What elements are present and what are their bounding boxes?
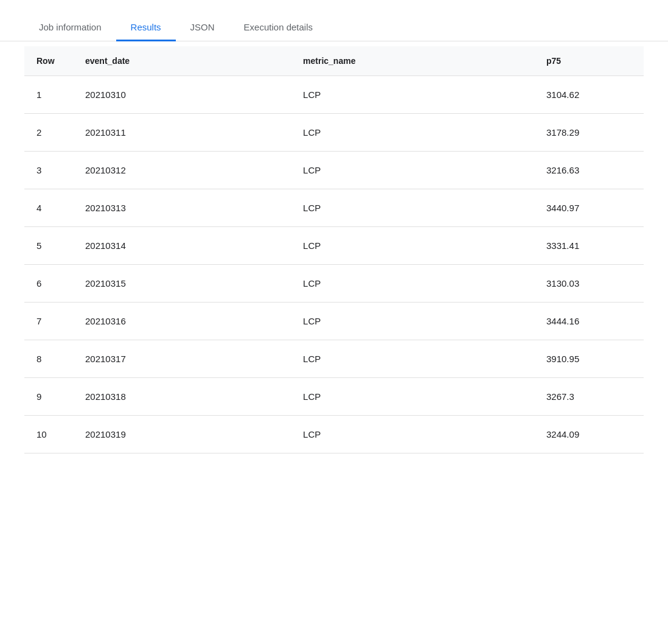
cell-metric_name: LCP bbox=[291, 340, 534, 378]
cell-event_date: 20210311 bbox=[73, 114, 291, 152]
cell-p75: 3444.16 bbox=[534, 303, 644, 340]
table-row: 920210318LCP3267.3 bbox=[24, 378, 644, 416]
cell-metric_name: LCP bbox=[291, 114, 534, 152]
cell-row: 8 bbox=[24, 340, 73, 378]
results-table-container: Rowevent_datemetric_namep75 120210310LCP… bbox=[0, 46, 668, 453]
cell-event_date: 20210315 bbox=[73, 265, 291, 303]
table-row: 720210316LCP3444.16 bbox=[24, 303, 644, 340]
tabs-bar: Job informationResultsJSONExecution deta… bbox=[0, 0, 668, 41]
cell-p75: 3216.63 bbox=[534, 152, 644, 189]
cell-p75: 3331.41 bbox=[534, 227, 644, 265]
cell-p75: 3910.95 bbox=[534, 340, 644, 378]
cell-event_date: 20210318 bbox=[73, 378, 291, 416]
cell-row: 10 bbox=[24, 416, 73, 453]
cell-p75: 3244.09 bbox=[534, 416, 644, 453]
col-header-metric_name: metric_name bbox=[291, 46, 534, 76]
table-row: 120210310LCP3104.62 bbox=[24, 76, 644, 114]
cell-row: 5 bbox=[24, 227, 73, 265]
cell-row: 6 bbox=[24, 265, 73, 303]
cell-p75: 3130.03 bbox=[534, 265, 644, 303]
cell-metric_name: LCP bbox=[291, 189, 534, 227]
cell-row: 3 bbox=[24, 152, 73, 189]
cell-metric_name: LCP bbox=[291, 152, 534, 189]
cell-metric_name: LCP bbox=[291, 378, 534, 416]
col-header-event_date: event_date bbox=[73, 46, 291, 76]
cell-metric_name: LCP bbox=[291, 227, 534, 265]
cell-row: 7 bbox=[24, 303, 73, 340]
results-table: Rowevent_datemetric_namep75 120210310LCP… bbox=[24, 46, 644, 453]
cell-event_date: 20210312 bbox=[73, 152, 291, 189]
table-row: 520210314LCP3331.41 bbox=[24, 227, 644, 265]
table-header: Rowevent_datemetric_namep75 bbox=[24, 46, 644, 76]
cell-event_date: 20210317 bbox=[73, 340, 291, 378]
cell-p75: 3440.97 bbox=[534, 189, 644, 227]
table-row: 220210311LCP3178.29 bbox=[24, 114, 644, 152]
cell-metric_name: LCP bbox=[291, 76, 534, 114]
header-row: Rowevent_datemetric_namep75 bbox=[24, 46, 644, 76]
cell-row: 4 bbox=[24, 189, 73, 227]
cell-row: 2 bbox=[24, 114, 73, 152]
table-row: 1020210319LCP3244.09 bbox=[24, 416, 644, 453]
col-header-p75: p75 bbox=[534, 46, 644, 76]
tab-json[interactable]: JSON bbox=[176, 15, 229, 41]
table-row: 820210317LCP3910.95 bbox=[24, 340, 644, 378]
cell-event_date: 20210316 bbox=[73, 303, 291, 340]
table-row: 320210312LCP3216.63 bbox=[24, 152, 644, 189]
cell-row: 1 bbox=[24, 76, 73, 114]
cell-row: 9 bbox=[24, 378, 73, 416]
col-header-row: Row bbox=[24, 46, 73, 76]
table-body: 120210310LCP3104.62220210311LCP3178.2932… bbox=[24, 76, 644, 453]
cell-event_date: 20210310 bbox=[73, 76, 291, 114]
table-row: 620210315LCP3130.03 bbox=[24, 265, 644, 303]
tab-results[interactable]: Results bbox=[116, 15, 176, 41]
cell-metric_name: LCP bbox=[291, 303, 534, 340]
cell-p75: 3178.29 bbox=[534, 114, 644, 152]
cell-metric_name: LCP bbox=[291, 416, 534, 453]
cell-p75: 3104.62 bbox=[534, 76, 644, 114]
cell-event_date: 20210314 bbox=[73, 227, 291, 265]
cell-metric_name: LCP bbox=[291, 265, 534, 303]
cell-p75: 3267.3 bbox=[534, 378, 644, 416]
tab-job-information[interactable]: Job information bbox=[24, 15, 116, 41]
cell-event_date: 20210319 bbox=[73, 416, 291, 453]
cell-event_date: 20210313 bbox=[73, 189, 291, 227]
tab-execution-details[interactable]: Execution details bbox=[229, 15, 327, 41]
table-row: 420210313LCP3440.97 bbox=[24, 189, 644, 227]
